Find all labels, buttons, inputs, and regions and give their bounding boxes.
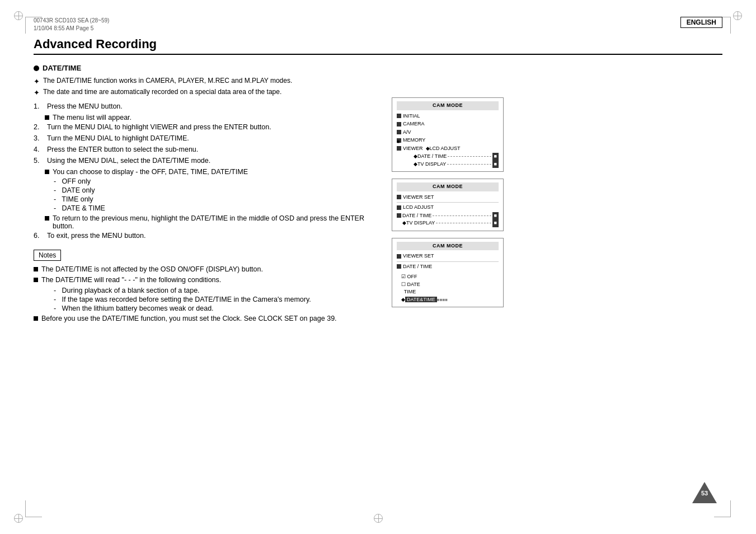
screen3-datetime: DATE / TIME xyxy=(397,263,499,271)
section-title: DATE/TIME xyxy=(34,64,381,72)
step-5-return: To return to the previous menu, highligh… xyxy=(45,214,381,230)
note-2-sub-3: - When the lithium battery becomes weak … xyxy=(54,305,381,312)
note-bullet-1 xyxy=(34,267,38,271)
screen-icon xyxy=(397,114,401,118)
page-info: 00743R SCD103 SEA (28~59) 1/10/04 8:55 A… xyxy=(34,17,109,32)
tip-cross-icon-2: ✦ xyxy=(34,88,40,97)
option-datetime: - DATE & TIME xyxy=(54,204,381,212)
right-screenshots: CAM MODE INITIAL CAMERA A/V ■ MEMORY xyxy=(392,97,504,328)
screenshot-3-title: CAM MODE xyxy=(397,242,499,251)
note-bullet-2 xyxy=(34,278,38,282)
screen3-time: TIME xyxy=(401,288,499,296)
left-content: DATE/TIME ✦ The DATE/TIME function works… xyxy=(34,64,381,328)
screen-icon xyxy=(397,205,401,210)
screen1-av: A/V xyxy=(397,129,499,137)
screenshot-1-title: CAM MODE xyxy=(397,101,499,110)
tip-1: ✦ The DATE/TIME function works in CAMERA… xyxy=(34,77,381,86)
step-3: 3. Turn the MENU DIAL to highlight DATE/… xyxy=(34,134,381,142)
content-area: DATE/TIME ✦ The DATE/TIME function works… xyxy=(34,64,722,328)
step-6: 6. To exit, press the MENU button. xyxy=(34,232,381,240)
screen-icon xyxy=(397,254,401,259)
square-bullet-icon-3 xyxy=(45,216,49,221)
screen-icon: ■ xyxy=(397,138,401,143)
screen1-camera: CAMERA xyxy=(397,120,499,128)
screenshot-2-title: CAM MODE xyxy=(397,182,499,191)
screen-icon xyxy=(397,130,401,134)
option-date: - DATE only xyxy=(54,186,381,194)
screen-icon xyxy=(397,195,401,199)
screen-icon xyxy=(397,146,401,151)
screen1-viewer: VIEWER ◆LCD ADJUST xyxy=(397,145,499,153)
page-title: Advanced Recording xyxy=(34,37,722,51)
tip-2: ✦ The date and time are automatically re… xyxy=(34,88,381,97)
screen3-viewerset: VIEWER SET xyxy=(397,252,499,260)
steps-list: 1. Press the MENU button. The menu list … xyxy=(34,102,381,240)
screen2-tvdisplay: ◆TV DISPLAY ■ xyxy=(402,219,499,227)
screen3-sep xyxy=(397,261,499,262)
option-off: - OFF only xyxy=(54,177,381,185)
screenshot-1: CAM MODE INITIAL CAMERA A/V ■ MEMORY xyxy=(392,97,504,172)
english-badge: ENGLISH xyxy=(680,17,722,28)
note-1: The DATE/TIME is not affected by the OSD… xyxy=(34,265,381,273)
screen3-datetime-item: ◆DATE&TIME■■■■ xyxy=(401,296,499,304)
note-3: Before you use the DATE/TIME function, y… xyxy=(34,315,381,322)
screen2-sep xyxy=(397,202,499,203)
screen1-datetime: ◆DATE / TIME ■ xyxy=(414,153,499,161)
step-1: 1. Press the MENU button. xyxy=(34,102,381,110)
screenshot-2: CAM MODE VIEWER SET LCD ADJUST DATE / TI… xyxy=(392,179,504,231)
screen3-checkbox-off: ☑ OFF xyxy=(401,273,499,281)
step-1-sub: The menu list will appear. xyxy=(45,114,381,121)
step-5-sub: You can choose to display - the OFF, DAT… xyxy=(45,168,381,176)
screen-icon xyxy=(397,122,401,127)
note-bullet-3 xyxy=(34,316,38,321)
screen1-tvdisplay: ◆TV DISPLAY ■ xyxy=(414,161,499,168)
note-2: The DATE/TIME will read "- - -" in the f… xyxy=(34,276,381,284)
tip-cross-icon: ✦ xyxy=(34,77,40,86)
option-time: - TIME only xyxy=(54,195,381,203)
screen3-checkbox-date: ☐ DATE xyxy=(401,281,499,289)
screen-icon xyxy=(397,264,401,269)
page-badge-triangle: 53 xyxy=(692,482,717,503)
bullet-icon xyxy=(34,65,39,71)
step-5: 5. Using the MENU DIAL, select the DATE/… xyxy=(34,157,381,165)
note-2-sub-2: - If the tape was recorded before settin… xyxy=(54,296,381,303)
page-number-container: 53 xyxy=(692,482,717,503)
square-bullet-icon-2 xyxy=(45,170,49,174)
notes-section: Notes The DATE/TIME is not affected by t… xyxy=(34,250,381,322)
screen1-initial: INITIAL xyxy=(397,113,499,120)
section-title-text: DATE/TIME xyxy=(43,64,81,72)
page-header: 00743R SCD103 SEA (28~59) 1/10/04 8:55 A… xyxy=(34,17,722,32)
step-4: 4. Press the ENTER button to select the … xyxy=(34,146,381,153)
screen2-lcd: LCD ADJUST xyxy=(397,204,499,212)
step-2: 2. Turn the MENU DIAL to highlight VIEWE… xyxy=(34,123,381,131)
screen2-datetime: DATE / TIME ■ xyxy=(397,212,499,220)
screenshot-3: CAM MODE VIEWER SET DATE / TIME ☑ OFF ☐ … xyxy=(392,238,504,308)
square-bullet-icon xyxy=(45,115,49,120)
screen-icon xyxy=(397,213,401,218)
note-2-sub-1: - During playback of a blank section of … xyxy=(54,287,381,294)
screen1-memory: ■ MEMORY xyxy=(397,137,499,144)
title-divider xyxy=(34,54,722,55)
notes-label: Notes xyxy=(34,250,61,261)
page-number: 53 xyxy=(698,490,711,496)
screen2-viewerset: VIEWER SET xyxy=(397,194,499,202)
